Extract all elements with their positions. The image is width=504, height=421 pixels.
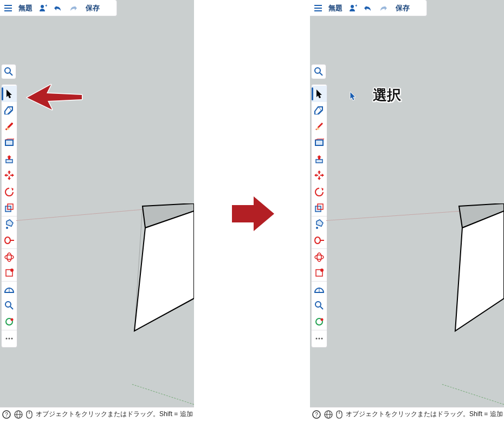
svg-point-45 — [316, 227, 318, 229]
svg-point-3 — [41, 5, 44, 8]
tool-scale[interactable] — [2, 200, 17, 216]
tool-paint[interactable] — [2, 216, 17, 232]
tool-select[interactable] — [2, 86, 17, 102]
svg-point-56 — [321, 318, 324, 321]
tool-styles[interactable] — [2, 314, 17, 330]
user-icon[interactable]: + — [348, 4, 358, 12]
tool-pencil[interactable] — [312, 118, 327, 135]
tool-rect[interactable] — [2, 135, 17, 151]
svg-point-58 — [319, 337, 320, 339]
tool-pencil[interactable] — [2, 118, 17, 135]
svg-line-19 — [10, 307, 13, 309]
help-icon[interactable]: ? — [312, 410, 321, 419]
status-text: オブジェクトをクリックまたはドラッグ。Shift = 追加 — [346, 410, 503, 419]
svg-point-10 — [6, 227, 8, 229]
globe-icon[interactable] — [324, 410, 333, 419]
user-icon[interactable]: + — [38, 4, 48, 12]
tool-pan[interactable] — [2, 265, 17, 281]
tool-select[interactable] — [312, 86, 327, 102]
svg-marker-61 — [455, 211, 504, 331]
tool-pan[interactable] — [312, 265, 327, 281]
tool-orbit[interactable] — [2, 248, 17, 265]
tool-move[interactable] — [2, 167, 17, 183]
menu-icon[interactable] — [313, 4, 323, 12]
svg-point-24 — [11, 337, 13, 339]
svg-point-46 — [315, 237, 320, 244]
search-button[interactable] — [311, 64, 326, 79]
svg-point-23 — [9, 337, 10, 339]
tool-zoom[interactable] — [312, 297, 327, 314]
svg-text:+: + — [45, 4, 47, 8]
document-title: 無題 — [328, 3, 343, 13]
help-icon[interactable]: ? — [2, 410, 11, 419]
svg-point-57 — [316, 337, 318, 339]
annotation-arrow-icon — [25, 81, 85, 114]
search-icon — [314, 67, 324, 76]
cursor-select-icon — [349, 91, 358, 102]
tool-tape[interactable] — [312, 232, 327, 248]
toolbar — [1, 84, 17, 348]
svg-point-53 — [315, 302, 321, 307]
svg-text:?: ? — [315, 412, 318, 418]
svg-rect-43 — [315, 206, 321, 212]
topbar: 無題 + 保存 — [0, 0, 117, 16]
svg-point-59 — [321, 337, 323, 339]
search-icon — [4, 67, 14, 76]
svg-point-51 — [320, 269, 324, 272]
tool-pushpull[interactable] — [312, 151, 327, 167]
redo-icon — [68, 4, 78, 12]
before-panel: 無題 + 保存 — [0, 0, 194, 421]
tooltip-select: 選択 — [373, 86, 401, 105]
after-panel: 無題 + 保存 — [310, 0, 504, 421]
tool-rotate[interactable] — [312, 183, 327, 200]
svg-marker-26 — [134, 211, 194, 331]
document-title: 無題 — [18, 3, 33, 13]
tool-protractor[interactable] — [2, 281, 17, 297]
undo-icon[interactable] — [53, 4, 63, 12]
svg-point-49 — [317, 253, 321, 261]
topbar: 無題 + 保存 — [310, 0, 427, 16]
globe-icon[interactable] — [14, 410, 23, 419]
tool-styles[interactable] — [312, 314, 327, 330]
transition-arrow-icon — [230, 194, 276, 233]
svg-rect-7 — [5, 140, 13, 145]
svg-point-11 — [5, 237, 10, 244]
svg-text:?: ? — [5, 412, 8, 418]
redo-icon — [378, 4, 388, 12]
tool-protractor[interactable] — [312, 281, 327, 297]
tool-more[interactable] — [2, 330, 17, 346]
search-button[interactable] — [1, 64, 16, 79]
toolbar — [311, 84, 327, 348]
geometry-cube — [453, 203, 504, 334]
menu-icon[interactable] — [3, 4, 13, 12]
undo-icon[interactable] — [363, 4, 373, 12]
tool-paint[interactable] — [312, 216, 327, 232]
status-bar: ? オブジェクトをクリックまたはドラッグ。Shift = 追加 — [310, 407, 504, 421]
tool-orbit[interactable] — [312, 248, 327, 265]
tool-pushpull[interactable] — [2, 151, 17, 167]
svg-point-14 — [7, 253, 11, 261]
svg-point-40 — [315, 68, 320, 73]
status-text: オブジェクトをクリックまたはドラッグ。Shift = 追加 — [36, 410, 193, 419]
save-button[interactable]: 保存 — [86, 3, 100, 13]
tool-eraser[interactable] — [312, 102, 327, 118]
svg-point-21 — [11, 318, 14, 321]
tool-tape[interactable] — [2, 232, 17, 248]
svg-point-22 — [6, 337, 8, 339]
svg-line-54 — [320, 307, 323, 309]
save-button[interactable]: 保存 — [396, 3, 410, 13]
tool-scale[interactable] — [312, 200, 327, 216]
tool-rect[interactable] — [312, 135, 327, 151]
tool-rotate[interactable] — [2, 183, 17, 200]
tool-move[interactable] — [312, 167, 327, 183]
svg-text:+: + — [355, 4, 357, 8]
svg-rect-42 — [315, 140, 323, 145]
tool-eraser[interactable] — [2, 102, 17, 118]
svg-rect-8 — [5, 206, 11, 212]
tool-zoom[interactable] — [2, 297, 17, 314]
svg-line-41 — [320, 73, 322, 75]
svg-point-18 — [5, 302, 11, 307]
svg-point-13 — [5, 255, 14, 259]
tool-more[interactable] — [312, 330, 327, 346]
mouse-icon — [336, 410, 343, 419]
